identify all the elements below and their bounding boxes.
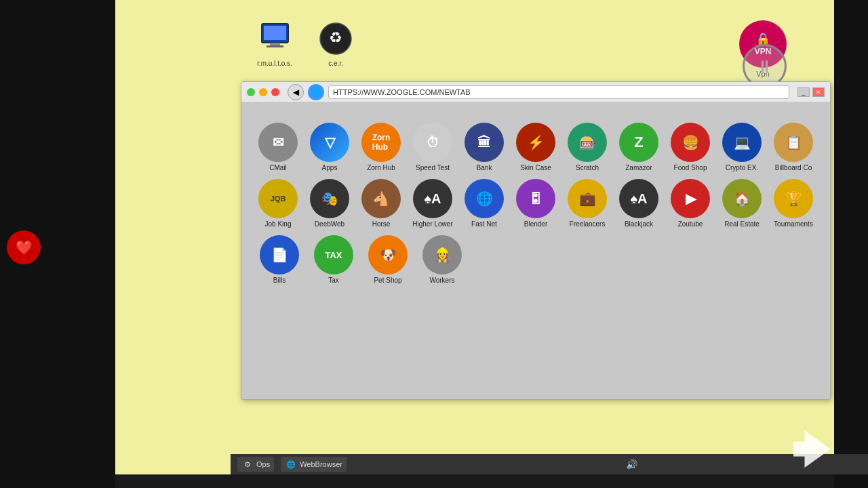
speedtest-icon: ⏱ xyxy=(413,123,452,162)
tax-icon: TAX xyxy=(314,235,353,274)
skincase-label: Skin Case xyxy=(520,164,551,172)
app-workers[interactable]: 👷 Workers xyxy=(418,235,467,285)
freelancers-label: Freelancers xyxy=(570,220,606,228)
horse-icon: 🐴 xyxy=(361,179,401,218)
bills-icon: 📄 xyxy=(260,235,299,274)
ops-label: Ops xyxy=(256,460,270,468)
desktop-shortcuts: r.m.u.l.t.o.s. ♻ c.e.r. xyxy=(251,20,359,67)
app-bank[interactable]: 🏛 Bank xyxy=(461,123,507,172)
app-blender[interactable]: 🎛 Blender xyxy=(513,179,559,228)
next-arrow-button[interactable] xyxy=(793,430,831,468)
skincase-icon: ⚡ xyxy=(516,123,555,162)
webbrowser-label: WebBrowser xyxy=(300,460,342,468)
recycle-icon: ♻ xyxy=(317,20,355,58)
higherlower-label: Higher Lower xyxy=(412,220,452,228)
globe-icon: 🌐 xyxy=(308,84,324,100)
cryptoex-icon: 💻 xyxy=(722,123,762,162)
deebweb-icon: 🎭 xyxy=(310,179,349,218)
app-freelancers[interactable]: 💼 Freelancers xyxy=(564,179,610,228)
svg-rect-2 xyxy=(264,26,286,40)
app-deebweb[interactable]: 🎭 DeebWeb xyxy=(307,179,353,228)
shortcut-recycle[interactable]: ♻ c.e.r. xyxy=(312,20,359,67)
app-billboardco[interactable]: 📋 Billboard Co xyxy=(770,123,816,172)
foodshop-label: Food Shop xyxy=(674,164,707,172)
zornhub-icon: ZornHub xyxy=(361,123,401,162)
svg-rect-4 xyxy=(267,45,283,47)
left-panel: ❤️ xyxy=(0,0,115,488)
browser-controls: _ ✕ xyxy=(797,87,825,97)
app-tax[interactable]: TAX Tax xyxy=(309,235,358,285)
tournaments-icon: 🏆 xyxy=(774,179,813,218)
volume-icon[interactable]: 🔊 xyxy=(626,459,637,470)
recycle-label: c.e.r. xyxy=(328,60,343,67)
app-petshop[interactable]: 🐶 Pet Shop xyxy=(363,235,412,285)
fastnet-icon: 🌐 xyxy=(465,179,504,218)
app-speedtest[interactable]: ⏱ Speed Test xyxy=(410,123,456,172)
freelancers-icon: 💼 xyxy=(568,179,607,218)
app-cmail[interactable]: ✉ CMail xyxy=(255,123,301,172)
app-higherlower[interactable]: ♠A Higher Lower xyxy=(410,179,456,228)
foodshop-icon: 🍔 xyxy=(671,123,710,162)
tax-label: Tax xyxy=(328,277,339,285)
app-horse[interactable]: 🐴 Horse xyxy=(358,179,404,228)
app-blackjack[interactable]: ♠A Blackjack xyxy=(616,179,662,228)
app-zamazor[interactable]: Z Zamazor xyxy=(616,123,662,172)
next-arrow-shape xyxy=(793,430,831,468)
app-zoutube[interactable]: ▶ Zoutube xyxy=(667,179,713,228)
browser-content: ✉ CMail ▽ Apps ZornHub Zorn Hub ⏱ Speed … xyxy=(241,102,830,399)
minimize-button[interactable]: _ xyxy=(797,87,810,97)
apps-icon: ▽ xyxy=(310,123,349,162)
app-row-3: 📄 Bills TAX Tax 🐶 Pet Shop 👷 Workers xyxy=(255,235,816,285)
taskbar: ⚙ Ops 🌐 WebBrowser 🔊 12:29 xyxy=(231,454,868,474)
desktop: r.m.u.l.t.o.s. ♻ c.e.r. 🔒 VPN Vpn xyxy=(115,0,834,474)
apps-label: Apps xyxy=(322,164,338,172)
heart-rate-icon: ❤️ xyxy=(7,230,41,264)
jobking-icon: JQB xyxy=(258,179,298,218)
svg-text:♻: ♻ xyxy=(329,29,342,46)
cryptoex-label: Crypto EX. xyxy=(726,164,758,172)
zoutube-label: Zoutube xyxy=(678,220,703,228)
app-zornhub[interactable]: ZornHub Zorn Hub xyxy=(358,123,404,172)
app-tournaments[interactable]: 🏆 Tournaments xyxy=(770,179,816,228)
zoutube-icon: ▶ xyxy=(671,179,710,218)
taskbar-webbrowser[interactable]: 🌐 WebBrowser xyxy=(281,457,347,472)
app-fastnet[interactable]: 🌐 Fast Net xyxy=(461,179,507,228)
browser-titlebar: ◀ 🌐 HTTPS://WWW.ZOOGLE.COM/NEWTAB _ ✕ xyxy=(241,82,830,102)
app-realestate[interactable]: 🏠 Real Estate xyxy=(719,179,765,228)
app-scratch[interactable]: 🎰 Scratch xyxy=(564,123,610,172)
app-foodshop[interactable]: 🍔 Food Shop xyxy=(667,123,713,172)
cmail-label: CMail xyxy=(269,164,287,172)
app-bills[interactable]: 📄 Bills xyxy=(255,235,304,285)
bills-label: Bills xyxy=(273,277,285,285)
traffic-light-yellow[interactable] xyxy=(259,88,267,96)
app-jobking[interactable]: JQB Job King xyxy=(255,179,301,228)
close-button[interactable]: ✕ xyxy=(812,87,825,97)
app-apps[interactable]: ▽ Apps xyxy=(307,123,353,172)
workers-icon: 👷 xyxy=(422,235,462,274)
traffic-light-green[interactable] xyxy=(247,88,255,96)
computer-icon xyxy=(256,20,294,58)
app-row-1: ✉ CMail ▽ Apps ZornHub Zorn Hub ⏱ Speed … xyxy=(255,123,816,172)
scratch-label: Scratch xyxy=(576,164,599,172)
app-skincase[interactable]: ⚡ Skin Case xyxy=(513,123,559,172)
back-button[interactable]: ◀ xyxy=(288,84,304,100)
blackjack-icon: ♠A xyxy=(619,179,658,218)
app-cryptoex[interactable]: 💻 Crypto EX. xyxy=(719,123,765,172)
scratch-icon: 🎰 xyxy=(568,123,607,162)
fastnet-label: Fast Net xyxy=(471,220,497,228)
traffic-light-red[interactable] xyxy=(271,88,279,96)
workers-label: Workers xyxy=(429,277,454,285)
blender-icon: 🎛 xyxy=(516,179,555,218)
shortcut-computer[interactable]: r.m.u.l.t.o.s. xyxy=(251,20,298,67)
address-bar[interactable]: HTTPS://WWW.ZOOGLE.COM/NEWTAB xyxy=(328,85,789,99)
webbrowser-icon: 🌐 xyxy=(285,458,297,470)
petshop-icon: 🐶 xyxy=(368,235,408,274)
computer-label: r.m.u.l.t.o.s. xyxy=(257,60,292,67)
zornhub-label: Zorn Hub xyxy=(367,164,395,172)
taskbar-ops[interactable]: ⚙ Ops xyxy=(237,457,274,472)
zamazor-label: Zamazor xyxy=(625,164,652,172)
app-row-2: JQB Job King 🎭 DeebWeb 🐴 Horse ♠A Higher… xyxy=(255,179,816,228)
browser-window: ◀ 🌐 HTTPS://WWW.ZOOGLE.COM/NEWTAB _ ✕ ✉ … xyxy=(241,81,831,400)
horse-label: Horse xyxy=(372,220,391,228)
right-panel xyxy=(834,0,868,488)
